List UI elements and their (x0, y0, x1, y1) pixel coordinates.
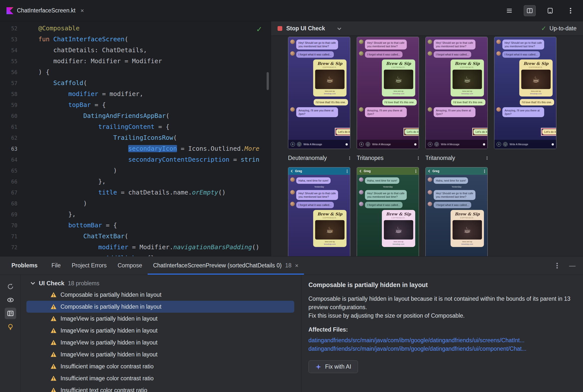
code-line[interactable]: 58 modifier = modifier, (0, 88, 271, 100)
tab-compose[interactable]: Compose (112, 256, 147, 274)
editor-tab-chatinterfacescreen[interactable]: ChatInterfaceScreen.kt × (0, 0, 89, 21)
code-line[interactable]: 70 bottomBar = { (0, 220, 271, 231)
message-input[interactable]: Write A Message (441, 143, 481, 146)
code-line[interactable]: 61 trailingContent = { (0, 122, 271, 132)
kebab-icon[interactable] (349, 156, 350, 160)
problem-row[interactable]: ImageView is partially hidden in layout (26, 336, 294, 348)
code-line[interactable]: 72 modifier = Modifier.navigationBarsPad… (0, 242, 271, 253)
affected-file-link[interactable]: datingandfriends/src/main/java/com/ibm/g… (309, 336, 572, 344)
back-icon[interactable] (359, 170, 362, 172)
code-editor[interactable]: 52@Composable53fun ChatInterfaceScreen(5… (0, 22, 271, 256)
lightbulb-icon[interactable] (5, 321, 16, 332)
kebab-icon[interactable] (347, 170, 348, 173)
code-line[interactable]: 69 }, (0, 209, 271, 220)
chevron-down-icon[interactable] (337, 27, 342, 30)
problem-row[interactable]: Insufficient text color contrast ratio (26, 384, 294, 392)
message-input[interactable]: Write A Message (510, 143, 550, 146)
problem-row[interactable]: Composable is partially hidden in layout (26, 301, 294, 313)
emoji-icon[interactable]: ☺ (297, 142, 302, 146)
minimize-panel-icon[interactable]: — (569, 262, 575, 270)
code-line[interactable]: 68 ) (0, 198, 271, 209)
code-line[interactable]: 63 secondaryIcon = Icons.Outlined.More (0, 143, 271, 154)
code-line[interactable]: 73 onAddClick = {}, (0, 253, 271, 256)
add-icon[interactable]: + (428, 142, 432, 146)
problem-row[interactable]: Composable is partially hidden in layout (26, 289, 294, 301)
code-line[interactable]: 64 secondaryContentDescription = strin (0, 154, 271, 165)
inspections-ok-icon[interactable]: ✓ (256, 25, 262, 34)
more-options-icon[interactable] (564, 5, 576, 16)
add-icon[interactable]: + (290, 142, 295, 146)
card-caption: brew and sip (384, 241, 413, 242)
brand-subtitle: COFFEE&CO. (453, 66, 482, 68)
code-line[interactable]: 62 TrailingIconsRow( (0, 132, 271, 143)
send-button[interactable] (483, 143, 485, 146)
code-line[interactable]: 56) { (0, 67, 271, 78)
code-line[interactable]: 71 ChatTextBar( (0, 231, 271, 242)
problem-row[interactable]: ImageView is partially hidden in layout (26, 313, 294, 324)
code-line[interactable]: 57 Scaffold( (0, 78, 271, 88)
details-view-icon[interactable] (5, 308, 16, 319)
tab-file[interactable]: File (46, 256, 66, 274)
add-icon[interactable]: + (359, 142, 364, 146)
preview-eye-icon[interactable] (5, 294, 16, 306)
back-icon[interactable] (428, 170, 430, 172)
problem-row[interactable]: Insufficient image color contrast ratio (26, 360, 294, 372)
ui-check-mode-icon[interactable] (544, 5, 556, 16)
chat-messages: Hey! Should we go to that cafe you menti… (288, 37, 350, 117)
message-input[interactable]: Write A Message (372, 143, 412, 146)
panel-options-icon[interactable] (556, 262, 558, 269)
code-line[interactable]: 54 chatDetails: ChatDetails, (0, 45, 271, 56)
emoji-icon[interactable]: ☺ (366, 142, 370, 146)
kebab-icon[interactable] (486, 156, 488, 160)
preview-card[interactable]: GregHaha, next time for sure!YesterdayHe… (425, 167, 488, 256)
add-icon[interactable]: + (497, 142, 501, 146)
kebab-icon[interactable] (418, 156, 419, 160)
send-button[interactable] (414, 143, 416, 146)
problem-row[interactable]: ImageView is partially hidden in layout (26, 324, 294, 336)
problem-row[interactable]: Insufficient image color contrast ratio (26, 372, 294, 384)
message-input-bar[interactable]: +☺Write A Message (288, 140, 350, 149)
message-input-bar[interactable]: +☺Write A Message (494, 140, 556, 149)
emoji-icon[interactable]: ☺ (503, 142, 508, 146)
split-editor-icon[interactable] (524, 5, 536, 16)
back-icon[interactable] (290, 170, 293, 172)
code-line[interactable]: 66 }, (0, 176, 271, 187)
affected-file-link[interactable]: datingandfriends/src/main/java/com/ibm/g… (309, 344, 572, 353)
message-input-bar[interactable]: +☺Write A Message (426, 140, 487, 149)
message-input-bar[interactable]: +☺Write A Message (357, 140, 419, 149)
problem-row[interactable]: ImageView is partially hidden in layout (26, 348, 294, 360)
preview-card[interactable]: GregHaha, next time for sure!YesterdayHe… (288, 167, 350, 256)
editor-list-icon[interactable] (503, 5, 515, 16)
code-line[interactable]: 60 DatingAndFriendsAppBar( (0, 110, 271, 122)
editor-scrollbar[interactable] (267, 72, 269, 90)
tab-chatinterfacescreenpreview-sortedchatdetails-0[interactable]: ChatInterfaceScreenPreview (sortedChatDe… (148, 256, 304, 274)
preview-card[interactable]: Hey! Should we go to that cafe you menti… (494, 37, 556, 149)
kebab-icon[interactable] (484, 170, 485, 173)
emoji-icon[interactable]: ☺ (434, 142, 439, 146)
send-button[interactable] (346, 143, 348, 146)
preview-card[interactable]: Hey! Should we go to that cafe you menti… (425, 37, 488, 149)
code-line[interactable]: 65 ) (0, 165, 271, 176)
stop-ui-check-button[interactable]: Stop UI Check (286, 25, 325, 32)
preview-card[interactable]: GregHaha, next time for sure!YesterdayHe… (357, 167, 419, 256)
ui-check-group-row[interactable]: UI Check 18 problems (21, 278, 301, 289)
code-line[interactable]: 59 topBar = { (0, 100, 271, 110)
chat-contact-name: Greg (295, 170, 302, 173)
brand-name: Brew & Sip (453, 62, 482, 66)
code-line[interactable]: 67 title = chatDetails.name.orEmpty() (0, 187, 271, 198)
refresh-icon[interactable] (5, 281, 16, 292)
code-line[interactable]: 55 modifier: Modifier = Modifier (0, 56, 271, 67)
tab-close-icon[interactable]: × (295, 262, 299, 269)
message-input[interactable]: Write A Message (304, 143, 344, 146)
preview-card[interactable]: Hey! Should we go to that cafe you menti… (288, 37, 350, 149)
preview-card[interactable]: Hey! Should we go to that cafe you menti… (357, 37, 419, 149)
tab-problems[interactable]: Problems (6, 256, 46, 274)
code-line[interactable]: 53fun ChatInterfaceScreen( (0, 34, 271, 45)
tab-close-icon[interactable]: × (80, 7, 84, 14)
chat-screen: Hey! Should we go to that cafe you menti… (288, 37, 350, 149)
tab-project-errors[interactable]: Project Errors (66, 256, 112, 274)
kebab-icon[interactable] (415, 170, 416, 173)
send-button[interactable] (552, 143, 554, 146)
code-line[interactable]: 52@Composable (0, 23, 271, 34)
fix-with-ai-button[interactable]: Fix with AI (309, 360, 358, 373)
